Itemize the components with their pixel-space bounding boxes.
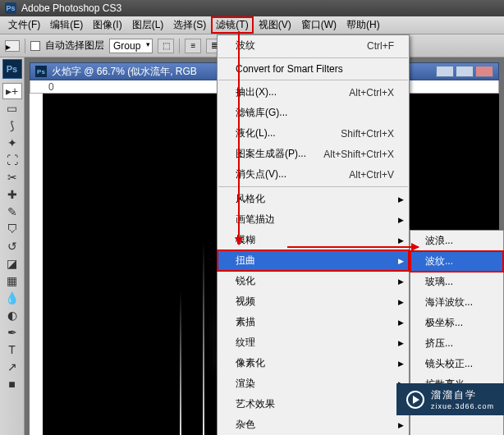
ruler-mark-0: 0 xyxy=(48,81,54,93)
menu-view[interactable]: 视图(V) xyxy=(254,16,296,34)
menu-window[interactable]: 窗口(W) xyxy=(296,16,341,34)
app-titlebar: Ps Adobe Photoshop CS3 xyxy=(0,0,504,16)
filter-liquify[interactable]: 液化(L)...Shift+Ctrl+X xyxy=(218,123,409,144)
filter-noise[interactable]: 杂色▶ xyxy=(218,414,409,435)
distort-glass[interactable]: 玻璃... xyxy=(410,272,503,292)
group-combo[interactable]: Group xyxy=(109,39,153,53)
ps-tab-icon[interactable]: Ps xyxy=(2,59,22,79)
watermark-url: zixue.3d66.com xyxy=(431,402,494,410)
wand-tool[interactable]: ✦ xyxy=(2,135,22,151)
filter-vanish[interactable]: 消失点(V)...Alt+Ctrl+V xyxy=(218,164,409,185)
document-title: 火焰字 @ 66.7% (似水流年, RGB xyxy=(52,65,197,79)
lasso-tool[interactable]: ⟆ xyxy=(2,117,22,134)
filter-distort[interactable]: 扭曲▶ xyxy=(218,250,409,271)
auto-select-label: 自动选择图层 xyxy=(45,39,104,53)
distort-polar[interactable]: 极坐标... xyxy=(410,313,503,333)
distort-lens[interactable]: 镜头校正... xyxy=(410,354,503,374)
close-button[interactable] xyxy=(475,66,493,77)
heal-tool[interactable]: ✚ xyxy=(2,186,22,203)
app-title: Adobe Photoshop CS3 xyxy=(21,2,121,14)
distort-ripple[interactable]: 波纹... xyxy=(410,251,503,272)
filter-artistic[interactable]: 艺术效果▶ xyxy=(218,394,409,414)
move-tool[interactable]: ▸+ xyxy=(2,83,22,99)
maximize-button[interactable] xyxy=(456,66,474,77)
filter-gallery[interactable]: 滤镜库(G)... xyxy=(218,103,409,123)
filter-video[interactable]: 视频▶ xyxy=(218,291,409,312)
auto-select-checkbox[interactable] xyxy=(30,41,40,51)
play-icon xyxy=(406,391,424,409)
distort-gap xyxy=(410,415,503,430)
filter-stylize[interactable]: 风格化▶ xyxy=(218,189,409,209)
history-brush-tool[interactable]: ↺ xyxy=(2,238,22,254)
distort-ocean[interactable]: 海洋波纹... xyxy=(410,292,503,313)
eraser-tool[interactable]: ◪ xyxy=(2,255,22,272)
filter-pattern[interactable]: 图案生成器(P)...Alt+Shift+Ctrl+X xyxy=(218,144,409,164)
menu-edit[interactable]: 编辑(E) xyxy=(45,16,88,34)
filter-brush-strokes[interactable]: 画笔描边▶ xyxy=(218,209,409,230)
filter-convert-smart[interactable]: Convert for Smart Filters xyxy=(218,60,409,78)
slice-tool[interactable]: ✂ xyxy=(2,169,22,185)
watermark: 溜溜自学 zixue.3d66.com xyxy=(396,383,504,415)
type-tool[interactable]: T xyxy=(2,341,22,358)
toolbox: Ps ▸+ ▭ ⟆ ✦ ⛶ ✂ ✚ ✎ ⛉ ↺ ◪ ▦ 💧 ◐ ✒ T ↗ ■ xyxy=(0,57,25,435)
watermark-brand: 溜溜自学 xyxy=(431,389,477,401)
distort-pinch[interactable]: 挤压... xyxy=(410,333,503,354)
move-tool-icon: ▸ xyxy=(5,40,20,52)
stamp-tool[interactable]: ⛉ xyxy=(2,221,22,237)
menu-select[interactable]: 选择(S) xyxy=(168,16,211,34)
path-tool[interactable]: ↗ xyxy=(2,359,22,375)
filter-last[interactable]: 波纹Ctrl+F xyxy=(218,35,409,56)
transform-icon[interactable]: ⬚ xyxy=(158,39,174,53)
filter-blur[interactable]: 模糊▶ xyxy=(218,230,409,250)
distort-wave[interactable]: 波浪... xyxy=(410,231,503,251)
menu-file[interactable]: 文件(F) xyxy=(3,16,45,34)
menu-help[interactable]: 帮助(H) xyxy=(341,16,385,34)
filter-sharpen[interactable]: 锐化▶ xyxy=(218,271,409,291)
dodge-tool[interactable]: ◐ xyxy=(2,307,22,323)
menu-filter[interactable]: 滤镜(T) xyxy=(211,16,253,34)
minimize-button[interactable] xyxy=(436,66,454,77)
distort-spin[interactable]: 旋转扭曲... xyxy=(410,430,503,435)
filter-pixelate[interactable]: 像素化▶ xyxy=(218,353,409,373)
menu-image[interactable]: 图像(I) xyxy=(88,16,126,34)
doc-icon: Ps xyxy=(35,66,47,77)
brush-tool[interactable]: ✎ xyxy=(2,204,22,220)
gradient-tool[interactable]: ▦ xyxy=(2,272,22,289)
blur-tool[interactable]: 💧 xyxy=(2,290,22,306)
marquee-tool[interactable]: ▭ xyxy=(2,100,22,117)
filter-sketch[interactable]: 素描▶ xyxy=(218,312,409,332)
menu-bar: 文件(F) 编辑(E) 图像(I) 图层(L) 选择(S) 滤镜(T) 视图(V… xyxy=(0,16,504,34)
filter-menu-dropdown: 波纹Ctrl+F Convert for Smart Filters 抽出(X)… xyxy=(217,34,410,435)
filter-extract[interactable]: 抽出(X)...Alt+Ctrl+X xyxy=(218,82,409,103)
shape-tool[interactable]: ■ xyxy=(2,376,22,392)
align-icon-1[interactable]: ≡ xyxy=(185,39,201,53)
menu-layer[interactable]: 图层(L) xyxy=(127,16,169,34)
app-icon: Ps xyxy=(5,2,16,14)
filter-texture[interactable]: 纹理▶ xyxy=(218,332,409,353)
pen-tool[interactable]: ✒ xyxy=(2,324,22,341)
crop-tool[interactable]: ⛶ xyxy=(2,152,22,168)
filter-render[interactable]: 渲染▶ xyxy=(218,373,409,394)
